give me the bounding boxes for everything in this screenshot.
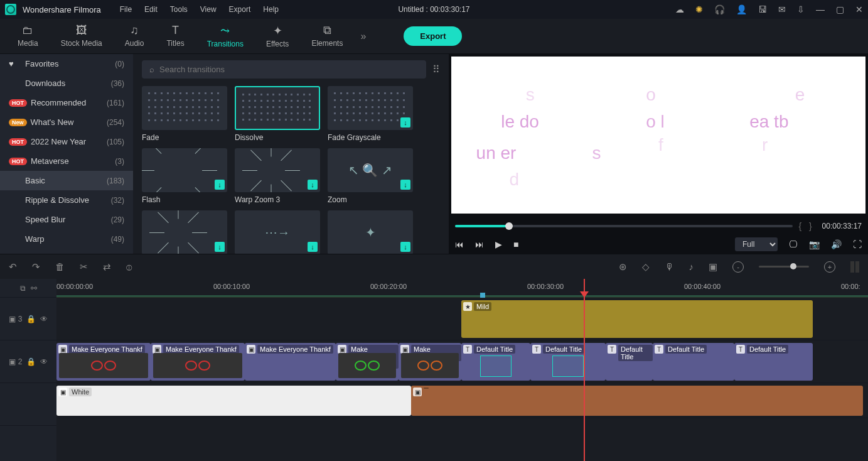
clip[interactable]: TDefault Title [461, 343, 530, 381]
download-icon[interactable]: ↓ [400, 117, 410, 127]
tab-stock-media[interactable]: 🖾Stock Media [50, 24, 114, 48]
download-icon[interactable]: ↓ [308, 180, 318, 190]
transition-warp-zoom-3[interactable]: ↓Warp Zoom 3 [235, 148, 320, 204]
bulb-icon[interactable]: ✺ [695, 4, 703, 14]
link-icon[interactable]: ⚯ [31, 284, 37, 293]
user-icon[interactable]: 👤 [736, 4, 747, 14]
track-head-2[interactable]: ▣ 2 🔒 👁 [0, 340, 56, 383]
transition-zoom[interactable]: ↖ 🔍 ↗↓Zoom [328, 148, 413, 204]
voiceover-icon[interactable]: 🎙 [665, 261, 674, 272]
tab-titles[interactable]: TTitles [155, 24, 195, 48]
close-button[interactable]: ✕ [855, 4, 863, 14]
play-button[interactable]: ▶ [495, 239, 502, 249]
fullscreen-icon[interactable]: ⛶ [853, 239, 862, 249]
split-button[interactable]: ✂ [80, 261, 88, 273]
render-icon[interactable]: ⊛ [619, 261, 627, 273]
tab-elements[interactable]: ⧉Elements [300, 24, 354, 48]
tab-audio[interactable]: ♫Audio [114, 24, 156, 48]
sidebar-item-speed-blur[interactable]: Speed Blur(29) [0, 210, 133, 229]
tab-effects[interactable]: ✦Effects [255, 24, 300, 48]
download-icon[interactable]: ↓ [215, 242, 225, 252]
zoom-out-button[interactable]: - [732, 261, 744, 273]
search-input[interactable] [159, 65, 419, 74]
cloud-icon[interactable]: ☁ [675, 4, 684, 14]
preview-scrubber[interactable] [455, 225, 793, 227]
next-frame-button[interactable]: ⏭ [475, 239, 484, 249]
sidebar-item-what-s-new[interactable]: NewWhat's New(254) [0, 112, 133, 132]
track-head-3[interactable]: ▣ 3 🔒 👁 [0, 298, 56, 340]
sidebar-item-basic[interactable]: Basic(183) [0, 171, 133, 190]
clip[interactable]: ▣Make Everyone Thankf [151, 343, 245, 381]
transition-dissolve[interactable]: Dissolve [235, 86, 320, 142]
clip[interactable]: ▣White [56, 386, 411, 416]
support-icon[interactable]: 🎧 [714, 4, 725, 14]
sidebar-item-recommended[interactable]: HOTRecommended(161) [0, 93, 133, 112]
clip[interactable]: ▣Make Everyone Thankf [245, 343, 336, 381]
tab-transitions[interactable]: ⤳Transitions [196, 24, 255, 48]
track-head-1[interactable] [0, 383, 56, 426]
effect-track[interactable]: ★Mild [56, 298, 868, 340]
mail-icon[interactable]: ✉ [778, 4, 786, 14]
download-icon[interactable]: ↓ [215, 180, 225, 190]
music-icon[interactable]: ♪ [689, 261, 694, 272]
video-track[interactable]: ▣Make Everyone Thankf▣Make Everyone Than… [56, 340, 868, 383]
menu-help[interactable]: Help [263, 5, 279, 14]
delete-button[interactable]: 🗑 [55, 261, 65, 272]
timeline-fit-icon[interactable] [850, 261, 859, 273]
clip[interactable]: TDefault Title [653, 343, 734, 381]
transition-item[interactable]: ⋯→↓ [235, 210, 320, 254]
audio-track[interactable]: ▣White▣ [56, 383, 868, 418]
clip[interactable]: TDefault Title [734, 343, 813, 381]
download-icon[interactable]: ↓ [400, 180, 410, 190]
adjust-button[interactable]: ⇄ [103, 261, 111, 273]
prev-frame-button[interactable]: ⏮ [455, 239, 464, 249]
clip[interactable]: TDefault Title [606, 343, 653, 381]
download-icon[interactable]: ↓ [308, 242, 318, 252]
menu-export[interactable]: Export [229, 5, 251, 14]
sidebar-item-ripple-dissolve[interactable]: Ripple & Dissolve(32) [0, 190, 133, 210]
timeline-ruler[interactable]: 00:00:00:0000:00:10:0000:00:20:0000:00:3… [56, 279, 868, 298]
stop-button[interactable]: ■ [513, 239, 518, 249]
sidebar-item-downloads[interactable]: Downloads(36) [0, 73, 133, 93]
marker-icon[interactable]: ◇ [642, 261, 650, 273]
audio-waveform-icon[interactable]: ⦶ [126, 261, 132, 273]
volume-icon[interactable]: 🔊 [831, 239, 842, 249]
sidebar-item-metaverse[interactable]: HOTMetaverse(3) [0, 151, 133, 171]
grid-view-icon[interactable]: ⠿ [432, 63, 440, 75]
transition-fade[interactable]: Fade [142, 86, 227, 142]
tab-media[interactable]: 🗀Media [6, 24, 50, 48]
export-button[interactable]: Export [404, 26, 462, 46]
sidebar-item-favorites[interactable]: ♥Favorites(0) [0, 54, 133, 73]
search-box[interactable]: ⌕ [142, 60, 426, 79]
menu-view[interactable]: View [200, 5, 217, 14]
preview-quality-select[interactable]: Full [735, 237, 778, 251]
playhead[interactable] [584, 279, 585, 461]
minimize-button[interactable]: — [816, 4, 825, 14]
maximize-button[interactable]: ▢ [836, 4, 844, 14]
keyframe-icon[interactable]: ▣ [709, 261, 717, 273]
save-icon[interactable]: 🖫 [758, 4, 767, 14]
sidebar-item-warp[interactable]: Warp(49) [0, 229, 133, 249]
redo-button[interactable]: ↷ [32, 261, 40, 273]
transition-item[interactable]: ✦↓ [328, 210, 413, 254]
clip[interactable]: ▣Make Everyone Thankf [336, 343, 399, 381]
snapshot-icon[interactable]: 📷 [809, 239, 820, 249]
undo-button[interactable]: ↶ [9, 261, 17, 273]
menu-file[interactable]: File [120, 5, 132, 14]
menu-edit[interactable]: Edit [144, 5, 158, 14]
monitor-icon[interactable]: 🖵 [789, 239, 798, 249]
zoom-in-button[interactable]: + [824, 261, 835, 273]
clip[interactable]: ★Mild [461, 300, 813, 338]
transition-fade-grayscale[interactable]: ↓Fade Grayscale [328, 86, 413, 142]
track-area[interactable]: 00:00:00:0000:00:10:0000:00:20:0000:00:3… [56, 279, 868, 461]
clip[interactable]: TDefault Title [530, 343, 606, 381]
zoom-slider[interactable] [759, 266, 809, 268]
timeline-marker[interactable] [480, 293, 485, 298]
more-icon[interactable]: » [360, 31, 366, 42]
download-icon[interactable]: ↓ [400, 242, 410, 252]
download-icon[interactable]: ⇩ [797, 4, 805, 14]
snap-icon[interactable]: ⧉ [20, 284, 26, 293]
menu-tools[interactable]: Tools [170, 5, 188, 14]
transition-flash[interactable]: ↓Flash [142, 148, 227, 204]
clip[interactable]: ▣ [411, 386, 863, 416]
